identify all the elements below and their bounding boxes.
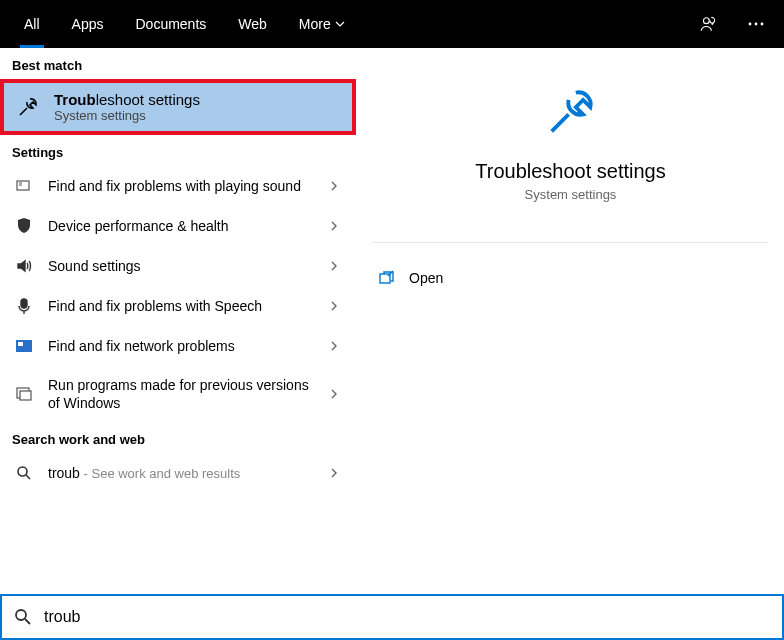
tab-apps[interactable]: Apps [56,0,120,48]
open-label: Open [409,270,443,286]
section-best-match: Best match [0,48,356,79]
top-tab-bar: All Apps Documents Web More [0,0,784,48]
svg-point-0 [703,18,709,24]
settings-item-sound[interactable]: Sound settings [0,246,356,286]
search-icon [14,608,32,626]
chevron-right-icon [324,468,344,478]
chevron-right-icon [324,341,344,351]
chevron-right-icon [324,389,344,399]
svg-point-12 [16,610,26,620]
audio-troubleshoot-icon [14,176,34,196]
section-settings: Settings [0,135,356,166]
preview-panel: Troubleshoot settings System settings Op… [356,48,784,594]
divider [373,242,768,243]
settings-item-device-health[interactable]: Device performance & health [0,206,356,246]
settings-item-speech[interactable]: Find and fix problems with Speech [0,286,356,326]
chevron-down-icon [335,19,345,29]
microphone-icon [14,296,34,316]
svg-rect-4 [17,181,29,190]
svg-point-2 [755,23,758,26]
settings-item-network[interactable]: Find and fix network problems [0,326,356,366]
svg-point-10 [18,467,27,476]
results-panel: Best match Troubleshoot settings System … [0,48,356,594]
shield-icon [14,216,34,236]
tab-documents[interactable]: Documents [119,0,222,48]
svg-rect-7 [18,342,23,346]
speaker-icon [14,256,34,276]
best-match-subtitle: System settings [54,108,200,123]
feedback-icon[interactable] [688,4,728,44]
compatibility-icon [14,384,34,404]
best-match-title: Troubleshoot settings [54,91,200,108]
section-search-web: Search work and web [0,422,356,453]
open-action[interactable]: Open [373,259,768,297]
chevron-right-icon [324,301,344,311]
settings-item-sound-troubleshoot[interactable]: Find and fix problems with playing sound [0,166,356,206]
chevron-right-icon [324,221,344,231]
tab-all[interactable]: All [8,0,56,48]
svg-rect-9 [20,391,31,400]
settings-item-compatibility[interactable]: Run programs made for previous versions … [0,366,356,422]
chevron-right-icon [324,181,344,191]
search-input[interactable] [44,608,770,626]
network-icon [14,336,34,356]
chevron-right-icon [324,261,344,271]
open-icon [377,269,395,287]
wrench-icon [539,80,603,144]
search-icon [14,463,34,483]
preview-title: Troubleshoot settings [373,160,768,183]
tab-more[interactable]: More [283,0,361,48]
web-search-item[interactable]: troub - See work and web results [0,453,356,493]
best-match-item[interactable]: Troubleshoot settings System settings [0,79,356,135]
wrench-icon [16,95,40,119]
svg-point-3 [761,23,764,26]
tab-web[interactable]: Web [222,0,283,48]
more-options-icon[interactable] [736,4,776,44]
search-bar[interactable] [0,594,784,640]
svg-rect-5 [21,299,27,308]
svg-point-1 [749,23,752,26]
preview-subtitle: System settings [373,187,768,202]
